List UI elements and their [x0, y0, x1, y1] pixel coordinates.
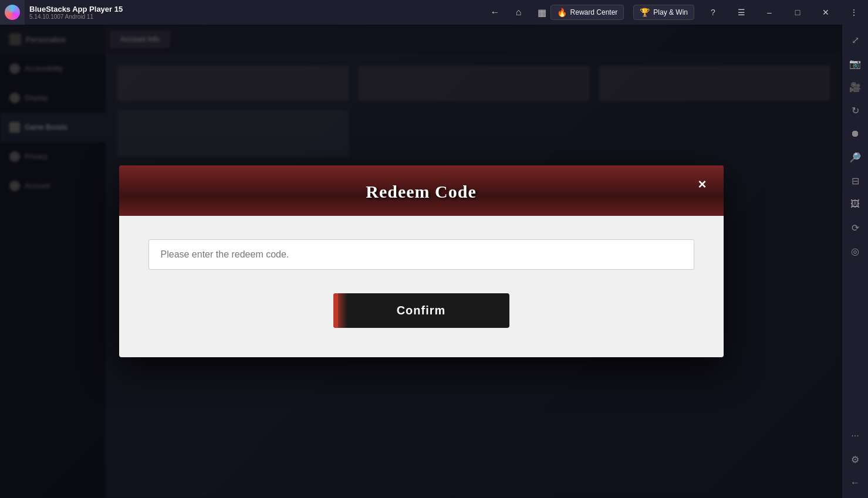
app-version: 5.14.10.1007 Android 11 — [29, 13, 480, 20]
minimize-button[interactable]: – — [760, 3, 779, 22]
screenshot-icon[interactable]: 📷 — [845, 53, 866, 74]
modal-close-button[interactable]: × — [693, 175, 712, 194]
modal-title: Redeem Code — [366, 182, 476, 201]
zoom-out-icon[interactable]: ⊟ — [845, 170, 866, 191]
expand-icon[interactable]: ⤢ — [845, 29, 866, 50]
sidebar-toggle-button[interactable]: ⋮ — [845, 3, 863, 22]
confirm-label: Confirm — [397, 304, 446, 317]
settings-icon[interactable]: ⚙ — [845, 449, 866, 470]
title-bar-buttons: 🔥 Reward Center 🏆 Play & Win ? ☰ – □ ✕ ⋮ — [550, 3, 868, 22]
screenshot2-icon[interactable]: 🖼 — [845, 194, 866, 215]
play-win-label: Play & Win — [653, 8, 688, 16]
modal-backdrop: Redeem Code × Confirm — [0, 25, 842, 498]
app-name-section: BlueStacks App Player 15 5.14.10.1007 An… — [29, 5, 480, 20]
right-sidebar: ⤢ 📷 🎥 ↻ ⏺ 🔎 ⊟ 🖼 ⟳ ◎ ··· ⚙ ← — [842, 25, 868, 498]
home-button[interactable]: ⌂ — [511, 4, 527, 21]
camera-icon[interactable]: 🎥 — [845, 76, 866, 97]
more-icon[interactable]: ··· — [845, 425, 866, 446]
reward-center-label: Reward Center — [570, 8, 618, 16]
sync-icon[interactable]: ↻ — [845, 100, 866, 121]
trophy-icon: 🏆 — [640, 8, 650, 17]
record-icon[interactable]: ⏺ — [845, 123, 866, 144]
fire-icon: 🔥 — [557, 8, 567, 17]
app-logo — [0, 0, 25, 25]
back-button[interactable]: ← — [487, 4, 504, 21]
close-button[interactable]: ✕ — [816, 3, 835, 22]
app-name: BlueStacks App Player 15 — [29, 5, 480, 13]
modal-body: Confirm — [119, 216, 724, 357]
zoom-in-icon[interactable]: 🔎 — [845, 147, 866, 168]
confirm-button[interactable]: Confirm — [333, 293, 509, 328]
redeem-code-input[interactable] — [148, 239, 694, 270]
rotate-icon[interactable]: ⟳ — [845, 217, 866, 238]
help-button[interactable]: ? — [704, 3, 722, 22]
maximize-button[interactable]: □ — [788, 3, 807, 22]
modal-header: Redeem Code × — [119, 165, 724, 216]
tabs-button[interactable]: ▦ — [534, 4, 550, 21]
logo-circle — [5, 5, 20, 20]
play-win-button[interactable]: 🏆 Play & Win — [633, 5, 694, 20]
nav-controls: ← ⌂ ▦ — [487, 4, 550, 21]
redeem-code-modal: Redeem Code × Confirm — [119, 165, 724, 357]
title-bar: BlueStacks App Player 15 5.14.10.1007 An… — [0, 0, 868, 25]
location-icon[interactable]: ◎ — [845, 240, 866, 262]
menu-button[interactable]: ☰ — [732, 3, 751, 22]
collapse-icon[interactable]: ← — [845, 472, 866, 493]
reward-center-button[interactable]: 🔥 Reward Center — [550, 5, 624, 20]
